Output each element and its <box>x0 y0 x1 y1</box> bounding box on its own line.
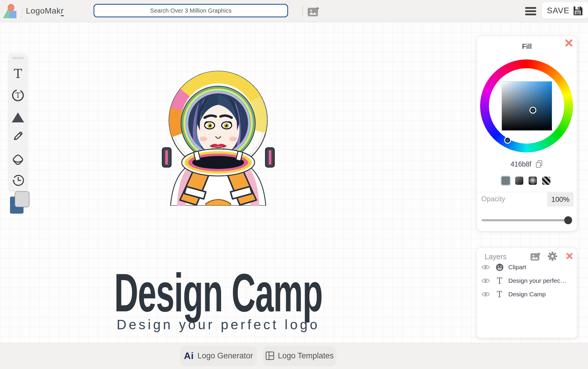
layers-panel: Layers Clipart T Design your perfec… T D… <box>477 248 577 338</box>
history-clock-icon <box>12 174 24 186</box>
top-bar: LogoMakr SAVE <box>0 0 588 22</box>
floppy-disk-icon <box>572 5 583 16</box>
layer-row-text-subtitle[interactable]: T Design your perfec… <box>477 275 577 287</box>
text-layer-icon: T <box>495 290 504 298</box>
copy-icon[interactable] <box>535 160 543 168</box>
divider <box>477 192 577 192</box>
layers-panel-close-icon[interactable] <box>566 252 573 260</box>
logo-templates-button[interactable]: Logo Templates <box>263 346 336 365</box>
shapes-tool[interactable] <box>9 110 27 125</box>
templates-icon <box>265 351 274 360</box>
bottom-bar: Ai Logo Generator Logo Templates <box>0 343 588 369</box>
logo-generator-button[interactable]: Ai Logo Generator <box>181 346 256 365</box>
hamburger-menu-icon[interactable] <box>525 7 536 15</box>
visibility-eye-icon[interactable] <box>481 264 490 270</box>
logo-templates-label: Logo Templates <box>278 351 334 360</box>
eraser-tool[interactable] <box>9 152 27 167</box>
layer-row-clipart[interactable]: Clipart <box>477 261 577 273</box>
logo-generator-label: Logo Generator <box>197 351 253 360</box>
logomakr-logo-icon[interactable] <box>3 3 19 19</box>
save-button[interactable]: SAVE <box>542 2 588 19</box>
divider <box>22 8 22 18</box>
canvas-text-title[interactable]: Design Camp <box>114 265 322 320</box>
divider <box>302 5 303 16</box>
toolbar-drag-handle[interactable] <box>12 57 24 59</box>
opacity-label: Opacity <box>481 195 505 203</box>
eraser-icon <box>11 153 24 166</box>
opacity-slider-track[interactable] <box>482 219 572 221</box>
layers-panel-title: Layers <box>485 252 507 261</box>
pencil-icon <box>12 130 24 142</box>
curved-text-tool[interactable]: T <box>9 88 27 103</box>
fill-panel: Fill 416b8f Opacity 100% <box>477 36 577 231</box>
fill-type-linear-gradient[interactable] <box>515 177 523 185</box>
visibility-eye-icon[interactable] <box>481 277 490 284</box>
hex-row: 416b8f <box>477 160 577 168</box>
ai-icon: Ai <box>184 350 194 361</box>
opacity-value[interactable]: 100% <box>547 192 574 207</box>
text-tool-icon: T <box>14 68 22 80</box>
add-image-icon[interactable] <box>530 252 541 261</box>
color-swatch-pair[interactable] <box>10 191 30 215</box>
brand-title[interactable]: LogoMakr <box>26 6 64 16</box>
text-layer-icon: T <box>495 277 504 285</box>
fill-color-swatch[interactable] <box>15 191 29 207</box>
logo-square-shape <box>9 11 16 18</box>
history-tool[interactable] <box>9 172 27 188</box>
brand-suffix: r <box>61 6 64 16</box>
layer-label: Clipart <box>508 264 526 271</box>
clipart-astronaut-image[interactable] <box>162 63 275 206</box>
layer-row-text-title[interactable]: T Design Camp <box>477 288 577 300</box>
curved-text-icon: T <box>12 89 24 101</box>
save-label: SAVE <box>547 6 569 15</box>
layer-label: Design your perfec… <box>508 277 566 284</box>
brand-prefix: LogoMak <box>26 6 61 15</box>
layers-settings-gear-icon[interactable] <box>547 251 557 261</box>
hex-color-value[interactable]: 416b8f <box>511 160 531 168</box>
saturation-picker-knob[interactable] <box>530 108 535 113</box>
draw-tool[interactable] <box>9 128 27 144</box>
fill-panel-title: Fill <box>477 43 577 51</box>
add-image-icon[interactable] <box>308 6 320 17</box>
canvas-text-subtitle[interactable]: Design your perfect logo <box>88 317 348 333</box>
triangle-icon <box>12 112 24 122</box>
fill-type-pattern[interactable] <box>542 177 550 185</box>
fill-type-solid[interactable] <box>502 177 510 185</box>
left-toolbar: T T <box>9 54 27 191</box>
fill-type-radial-gradient[interactable] <box>529 177 537 185</box>
opacity-slider[interactable] <box>482 215 572 225</box>
text-tool[interactable]: T <box>9 66 27 82</box>
layer-label: Design Camp <box>508 291 546 298</box>
opacity-slider-knob[interactable] <box>564 216 572 224</box>
clipart-grin-icon <box>495 263 504 271</box>
hue-picker-knob[interactable] <box>505 138 510 143</box>
search-input[interactable] <box>93 4 288 17</box>
fill-type-row <box>502 177 560 185</box>
visibility-eye-icon[interactable] <box>481 291 490 297</box>
saturation-value-square[interactable] <box>502 81 552 131</box>
